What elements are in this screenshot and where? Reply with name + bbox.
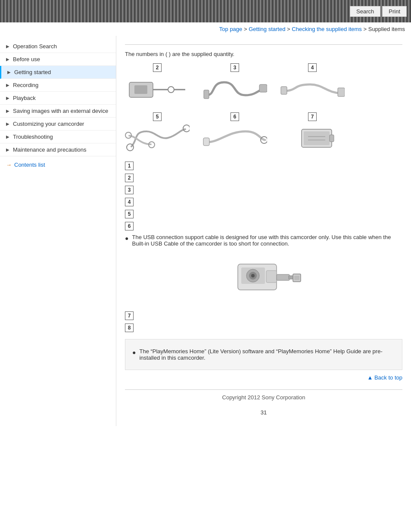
content-divider — [125, 42, 402, 45]
sidebar-item-label: Maintenance and precautions — [13, 146, 112, 153]
svg-rect-16 — [304, 131, 330, 145]
badge-6: 6 — [125, 222, 134, 230]
item-list-2: 7 8 — [125, 311, 402, 332]
sidebar-item-playback[interactable]: ▶ Playback — [0, 92, 116, 105]
svg-rect-17 — [330, 135, 334, 142]
list-item-8: 8 — [125, 324, 402, 332]
arrow-icon: ▶ — [6, 147, 10, 152]
badge-4: 4 — [125, 198, 134, 206]
image-row-2: 5 6 7 — [125, 112, 402, 153]
list-item-4: 4 — [125, 198, 402, 206]
sidebar-item-label: Recording — [13, 82, 112, 88]
svg-rect-22 — [266, 271, 277, 283]
breadcrumb-top[interactable]: Top page — [219, 26, 243, 32]
usb-connection-svg — [225, 255, 302, 303]
list-item-6: 6 — [125, 222, 402, 230]
svg-rect-5 — [204, 90, 209, 99]
sidebar-item-recording[interactable]: ▶ Recording — [0, 79, 116, 92]
power-cord-image — [202, 74, 267, 104]
bottom-note-box: ● The “PlayMemories Home” (Lite Version)… — [125, 339, 402, 370]
component-cable-image — [125, 123, 190, 153]
list-item-1: 1 — [125, 162, 402, 170]
arrow-icon: ▶ — [6, 121, 10, 126]
item-2-badge: 2 — [153, 63, 162, 72]
sidebar: ▶ Operation Search ▶ Before use ▶ Gettin… — [0, 36, 116, 426]
svg-rect-13 — [203, 138, 209, 146]
content-area: The numbers in ( ) are the supplied quan… — [116, 36, 411, 426]
battery-pack-image — [280, 123, 345, 153]
sidebar-item-label: Getting started — [14, 69, 112, 75]
item-4-badge: 4 — [308, 63, 317, 72]
breadcrumb-current: Supplied items — [368, 26, 405, 32]
item-3-box: 3 — [202, 63, 267, 104]
sidebar-item-label: Operation Search — [13, 43, 112, 50]
badge-5: 5 — [125, 210, 134, 218]
item-list: 1 2 3 4 5 6 — [125, 162, 402, 230]
svg-point-9 — [127, 144, 134, 151]
ac-adapter-image — [125, 74, 190, 104]
sidebar-item-getting-started[interactable]: ▶ Getting started — [0, 66, 116, 79]
svg-rect-1 — [134, 85, 147, 94]
svg-point-10 — [183, 125, 190, 132]
sidebar-item-maintenance[interactable]: ▶ Maintenance and precautions — [0, 143, 116, 156]
usb-cable-image — [280, 74, 345, 104]
item-3-badge: 3 — [230, 63, 239, 72]
svg-rect-29 — [294, 276, 299, 280]
badge-7: 7 — [125, 311, 134, 320]
print-button[interactable]: Print — [382, 6, 407, 17]
breadcrumb-checking[interactable]: Checking the supplied items — [292, 26, 362, 32]
list-item-5: 5 — [125, 210, 402, 218]
svg-rect-7 — [281, 87, 287, 94]
bottom-note-text: The “PlayMemories Home” (Lite Version) s… — [139, 348, 395, 361]
sidebar-item-label: Playback — [13, 95, 112, 101]
item-4-box: 4 — [280, 63, 345, 104]
search-button[interactable]: Search — [350, 6, 380, 17]
svg-rect-26 — [277, 274, 290, 280]
badge-2: 2 — [125, 174, 134, 182]
sidebar-item-label: Before use — [13, 56, 112, 62]
badge-3: 3 — [125, 186, 134, 194]
main-layout: ▶ Operation Search ▶ Before use ▶ Gettin… — [0, 36, 411, 426]
arrow-icon: ▶ — [6, 57, 10, 62]
sidebar-item-label: Saving images with an external device — [13, 108, 112, 114]
svg-point-3 — [168, 87, 174, 93]
sidebar-item-before-use[interactable]: ▶ Before use — [0, 53, 116, 66]
badge-8: 8 — [125, 324, 134, 332]
list-item-3: 3 — [125, 186, 402, 194]
list-item-7: 7 — [125, 311, 402, 320]
arrow-icon: ▶ — [7, 70, 12, 75]
footer: Copyright 2012 Sony Corporation — [125, 389, 402, 405]
image-row-1: 2 3 4 — [125, 63, 402, 104]
supplied-quantity-text: The numbers in ( ) are the supplied quan… — [125, 51, 402, 57]
item-6-box: 6 — [202, 112, 267, 153]
svg-rect-8 — [338, 88, 345, 96]
arrow-icon: ▶ — [6, 109, 10, 113]
item-7-badge: 7 — [308, 112, 317, 121]
sidebar-item-label: Customizing your camcorder — [13, 121, 112, 127]
breadcrumb: Top page > Getting started > Checking th… — [0, 22, 411, 36]
item-7-box: 7 — [280, 112, 345, 153]
bullet-icon: ● — [125, 235, 128, 242]
sidebar-item-operation-search[interactable]: ▶ Operation Search — [0, 40, 116, 53]
page-number: 31 — [125, 405, 402, 420]
av-cable-image — [202, 123, 267, 153]
breadcrumb-getting-started[interactable]: Getting started — [249, 26, 285, 32]
arrow-icon: ▶ — [6, 44, 10, 49]
sidebar-item-customizing[interactable]: ▶ Customizing your camcorder — [0, 118, 116, 131]
sidebar-item-label: Troubleshooting — [13, 134, 112, 140]
svg-rect-6 — [259, 84, 267, 92]
bottom-note: ● The “PlayMemories Home” (Lite Version)… — [132, 348, 395, 361]
item-5-badge: 5 — [153, 112, 162, 121]
arrow-icon: ▶ — [6, 83, 10, 87]
usb-connection-image — [125, 255, 402, 303]
sidebar-item-saving-images[interactable]: ▶ Saving images with an external device — [0, 105, 116, 118]
svg-point-25 — [251, 274, 255, 277]
badge-1: 1 — [125, 162, 134, 170]
back-to-top-link[interactable]: Back to top — [125, 370, 402, 385]
item-5-box: 5 — [125, 112, 190, 153]
arrow-icon: ▶ — [6, 96, 10, 100]
sidebar-item-troubleshooting[interactable]: ▶ Troubleshooting — [0, 131, 116, 143]
contents-list-link[interactable]: Contents list — [0, 156, 116, 173]
arrow-icon: ▶ — [6, 134, 10, 139]
usb-note: ● The USB connection support cable is de… — [125, 234, 402, 247]
